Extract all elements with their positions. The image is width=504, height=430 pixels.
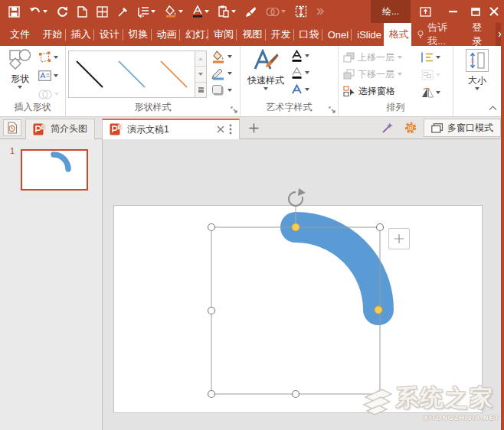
arrange-small-buttons [421,50,440,99]
grid-icon [97,6,108,18]
shape-style-gallery [68,50,207,98]
text-box-button[interactable] [38,69,59,83]
shape-outline-button[interactable] [211,67,232,80]
tab-transitions[interactable]: 切换 [123,23,150,46]
tell-me-button[interactable]: 告诉我... [411,21,464,48]
resize-handle-bottom-center[interactable] [293,391,299,398]
draw-tools-button[interactable]: 绘... [371,0,411,23]
multi-window-mode-button[interactable]: 多窗口模式 [424,119,501,137]
gallery-scroll-up-button[interactable] [195,51,206,67]
eyedropper-button[interactable] [115,2,131,21]
rotate-handle-icon[interactable] [289,188,306,206]
merge-shapes-icon [266,7,280,17]
style-swatch-black[interactable] [69,51,111,97]
fit-window-button[interactable] [293,2,309,21]
resize-handle-top-right[interactable] [377,224,384,231]
size-label: 大小 [468,74,486,87]
more-commands-button[interactable] [314,2,326,21]
wand-tool-button[interactable] [378,122,398,134]
selection-pane-button[interactable]: 选择窗格 [343,83,395,99]
tab-insert[interactable]: 插入 [66,23,93,46]
close-button[interactable] [484,0,504,23]
gallery-scroll-down-button[interactable] [195,67,206,82]
text-effects-button[interactable] [291,83,309,96]
grid-view-button[interactable] [94,2,110,21]
slide-thumbnail-panel: 1 [0,139,103,430]
dialog-launcher-icon[interactable] [329,106,335,113]
quick-styles-button[interactable]: 快速样式 [244,49,288,90]
save-button[interactable] [6,2,22,21]
collapse-ribbon-button[interactable] [490,105,498,110]
edit-shape-button[interactable] [38,50,59,64]
bring-forward-button[interactable]: 上移一层 [343,50,402,65]
resize-handle-top-left[interactable] [208,224,215,231]
style-swatch-orange[interactable] [152,51,195,97]
dialog-launcher-icon[interactable] [231,106,237,113]
resize-handle-mid-left[interactable] [208,308,215,314]
style-swatch-blue[interactable] [111,51,153,97]
doc-tab-presentation1[interactable]: 演示文稿1 [102,119,240,139]
text-outline-button[interactable] [291,66,309,80]
tab-format[interactable]: 格式 [384,23,411,46]
shape-fill-button[interactable] [211,50,232,64]
new-tab-button[interactable] [244,119,263,137]
recent-files-button[interactable] [3,119,21,136]
tab-islide[interactable]: iSlide [352,23,383,46]
indent-button[interactable] [136,2,158,21]
tab-view[interactable]: 视图 [237,23,264,46]
tab-developer[interactable]: 开发 [266,23,293,46]
yellow-adjust-handle-end[interactable] [375,306,382,314]
resize-handle-bottom-left[interactable] [208,391,215,398]
quick-add-button[interactable] [388,228,410,249]
group-insert-shapes: 形状 插入形状 [0,46,66,116]
yellow-adjust-handle-start[interactable] [292,223,299,231]
tab-home[interactable]: 开始 [37,23,64,46]
tab-more-button[interactable] [229,124,232,135]
close-tab-button[interactable] [217,125,224,133]
tab-slideshow[interactable]: 幻灯片 [180,23,208,46]
tab-file[interactable]: 文件 [0,23,37,46]
line-style-orange-icon [156,57,191,92]
chevrons-icon [316,8,324,15]
arc-shape[interactable] [296,227,378,310]
format-painter-button[interactable] [243,2,259,21]
undo-button[interactable] [27,2,50,21]
doc-tab-intro[interactable]: 简介头图 [25,119,95,139]
merge-shapes-ribbon-button[interactable] [38,87,59,101]
settings-button[interactable] [401,122,421,134]
tab-design[interactable]: 设计 [94,23,122,46]
tab-review[interactable]: 审阅 [208,23,236,46]
tab-animations[interactable]: 动画 [152,23,179,46]
font-color-button[interactable] [190,2,211,21]
group-objects-button[interactable] [421,68,440,82]
shape-outline-icon [211,67,225,80]
paste-button[interactable] [216,2,238,21]
redo-button[interactable] [54,2,70,21]
fill-color-button[interactable] [162,2,185,21]
shape-effects-button[interactable] [211,83,232,97]
send-backward-button[interactable]: 下移一层 [343,67,402,82]
wordart-small-buttons [291,49,309,96]
size-button[interactable]: 大小 [460,49,495,90]
rotate-button[interactable] [421,86,440,99]
new-file-button[interactable] [75,2,90,21]
ribbon-display-button[interactable] [414,0,437,23]
slide-thumbnail[interactable] [21,149,88,191]
magic-wand-icon [381,122,394,134]
sign-in-button[interactable]: 登录 [464,21,496,48]
undo-icon [29,6,41,17]
shapes-button[interactable]: 形状 [5,49,35,89]
merge-shapes-button[interactable] [263,2,288,21]
gallery-more-button[interactable] [195,83,206,97]
slide-canvas-area[interactable]: 系统之家 XITONGZHIJIA.NET [103,139,501,430]
selection-pane-icon [343,86,355,97]
resize-handle-bottom-right[interactable] [377,391,384,398]
align-button[interactable] [421,50,440,64]
shape-fill-icon [211,50,225,64]
insert-shapes-small-buttons [38,50,59,101]
doc-tab-label: 演示文稿1 [127,123,212,136]
tab-koudai[interactable]: 口袋 [293,23,321,46]
text-fill-button[interactable] [291,49,309,63]
tab-onekey[interactable]: Onel [322,23,352,46]
minimize-button[interactable] [441,0,464,23]
